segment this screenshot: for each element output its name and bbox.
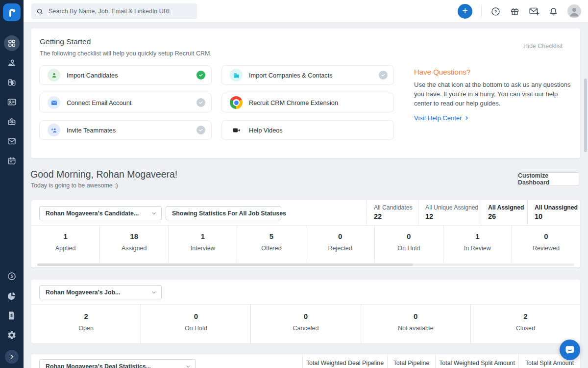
greeting-subtitle: Today is going to be awesome :) bbox=[31, 182, 118, 189]
job-status-row: 2 Open 0 On Hold 0 Canceled 0 Not availa… bbox=[31, 305, 580, 343]
checklist-item-label: Recruit CRM Chrome Extension bbox=[249, 99, 388, 106]
checklist-item-label: Connect Email Account bbox=[67, 99, 196, 106]
status-check-done-icon bbox=[196, 71, 205, 79]
candidate-summary-row: All Candidates 22 All Unique Assigned 12… bbox=[367, 200, 580, 226]
checklist-import-candidates[interactable]: Import Candidates bbox=[39, 65, 212, 85]
vertical-scrollbar-thumb[interactable] bbox=[584, 79, 587, 152]
have-questions-body: Use the chat icon at the bottom to ask u… bbox=[414, 80, 576, 108]
whats-new-button[interactable] bbox=[510, 6, 520, 17]
sidebar-item-reports[interactable] bbox=[0, 286, 24, 306]
hide-checklist-link[interactable]: Hide Checklist bbox=[523, 43, 563, 50]
visit-help-center-link[interactable]: Visit Help Center bbox=[414, 114, 469, 122]
search-input[interactable] bbox=[48, 7, 190, 15]
gift-icon bbox=[510, 6, 520, 17]
envelope-icon bbox=[50, 99, 58, 106]
dashboard-icon bbox=[7, 39, 16, 48]
email-compose-button[interactable] bbox=[529, 6, 539, 17]
greeting-title: Good Morning, Rohan Mogaveera! bbox=[30, 169, 177, 180]
horizontal-scrollbar[interactable] bbox=[37, 263, 574, 266]
global-search[interactable] bbox=[31, 3, 197, 19]
candidate-status-assigned[interactable]: 18 Assigned bbox=[99, 226, 168, 263]
svg-text:?: ? bbox=[494, 9, 497, 14]
sidebar-item-emails[interactable] bbox=[0, 131, 24, 151]
summary-all-unique-assigned[interactable]: All Unique Assigned 12 bbox=[418, 200, 481, 226]
sidebar-item-candidates[interactable] bbox=[0, 53, 24, 73]
notifications-button[interactable] bbox=[548, 6, 559, 17]
checklist-item-label: Import Candidates bbox=[67, 72, 196, 79]
reports-icon bbox=[7, 291, 17, 301]
calendar-icon bbox=[7, 156, 17, 166]
logo-glyph bbox=[6, 7, 17, 18]
candidate-status-applied[interactable]: 1 Applied bbox=[31, 226, 99, 263]
companies-icon bbox=[7, 78, 17, 87]
candidate-status-reviewed[interactable]: 0 Reviewed bbox=[512, 226, 580, 263]
job-status-not-available[interactable]: 0 Not available bbox=[361, 305, 470, 343]
summary-all-unassigned[interactable]: All Unassigned 10 bbox=[527, 200, 580, 226]
checklist-connect-email[interactable]: Connect Email Account bbox=[39, 93, 212, 112]
dropdown-value: Showing Statistics For All Job Statuses bbox=[172, 210, 286, 217]
sidebar-item-companies[interactable] bbox=[0, 73, 24, 92]
checklist-invite-teammates[interactable]: Invite Teammates bbox=[39, 120, 212, 140]
candidate-status-offered[interactable]: 5 Offered bbox=[237, 226, 305, 263]
topbar-actions: + ? bbox=[458, 0, 588, 23]
deal-col-total-pipeline: Total Pipeline bbox=[387, 354, 435, 368]
sidebar: $ $ bbox=[0, 0, 24, 368]
horizontal-scrollbar-thumb[interactable] bbox=[37, 263, 413, 266]
deal-stats-panel: Rohan Mogaveera's Deal Statistics... Tot… bbox=[31, 354, 580, 368]
help-button[interactable]: ? bbox=[490, 6, 501, 17]
chevron-right-icon bbox=[465, 116, 469, 120]
summary-all-candidates[interactable]: All Candidates 22 bbox=[367, 200, 418, 226]
emails-icon bbox=[7, 136, 17, 146]
checklist-chrome-extension[interactable]: Recruit CRM Chrome Extension bbox=[221, 93, 394, 112]
settings-icon bbox=[7, 330, 17, 340]
visit-help-center-label: Visit Help Center bbox=[414, 114, 462, 122]
candidate-status-in-review[interactable]: 1 In Review bbox=[443, 226, 512, 263]
job-status-on-hold[interactable]: 0 On Hold bbox=[141, 305, 250, 343]
sidebar-item-settings[interactable] bbox=[0, 325, 24, 345]
checklist-item-label: Help Videos bbox=[249, 127, 388, 134]
summary-all-assigned[interactable]: All Assigned 26 bbox=[481, 200, 527, 226]
job-status-canceled[interactable]: 0 Canceled bbox=[250, 305, 360, 343]
sidebar-item-invoices[interactable]: $ bbox=[0, 306, 24, 325]
checklist-item-label: Import Companies & Contacts bbox=[249, 72, 379, 79]
job-status-open[interactable]: 2 Open bbox=[31, 305, 141, 343]
chat-bubble-icon bbox=[564, 344, 575, 355]
chrome-icon bbox=[230, 96, 243, 109]
sidebar-expand-button[interactable] bbox=[5, 350, 19, 364]
sidebar-item-calendar[interactable] bbox=[0, 151, 24, 171]
sidebar-item-contacts[interactable] bbox=[0, 92, 24, 112]
sidebar-item-deals[interactable]: $ bbox=[0, 266, 24, 286]
quick-add-button[interactable]: + bbox=[458, 4, 472, 19]
job-filter-dropdown[interactable]: Rohan Mogaveera's Job... bbox=[39, 285, 162, 299]
sidebar-item-dashboard[interactable] bbox=[0, 33, 24, 53]
search-icon bbox=[36, 8, 44, 15]
jobs-icon bbox=[7, 117, 17, 127]
contacts-icon bbox=[7, 97, 17, 107]
candidate-status-rejected[interactable]: 0 Rejected bbox=[306, 226, 374, 263]
candidate-status-interview[interactable]: 1 Interview bbox=[168, 226, 237, 263]
checklist-import-companies[interactable]: Import Companies & Contacts bbox=[221, 65, 394, 85]
topbar-divider bbox=[481, 5, 482, 17]
checklist-help-videos[interactable]: Help Videos bbox=[221, 120, 394, 140]
deal-columns-header: Total Weighted Deal Pipeline Total Pipel… bbox=[302, 354, 580, 368]
customize-dashboard-button[interactable]: Customize Dashboard bbox=[517, 172, 579, 186]
deal-filter-dropdown[interactable]: Rohan Mogaveera's Deal Statistics... bbox=[39, 359, 196, 368]
chevron-down-icon bbox=[151, 290, 156, 295]
svg-text:$: $ bbox=[11, 274, 13, 279]
chat-widget-button[interactable] bbox=[560, 340, 580, 360]
user-avatar[interactable] bbox=[567, 4, 581, 18]
job-stats-panel: Rohan Mogaveera's Job... 2 Open 0 On Hol… bbox=[31, 280, 580, 343]
sidebar-item-jobs[interactable] bbox=[0, 112, 24, 131]
candidates-icon bbox=[7, 58, 17, 68]
candidate-icon bbox=[50, 72, 58, 79]
status-check-pending-icon bbox=[379, 71, 388, 79]
svg-text:$: $ bbox=[10, 313, 13, 318]
candidate-filter-dropdown[interactable]: Rohan Mogaveera's Candidate... bbox=[39, 206, 162, 220]
getting-started-title: Getting Started bbox=[40, 37, 91, 46]
job-status-closed[interactable]: 2 Closed bbox=[470, 305, 580, 343]
status-check-pending-icon bbox=[196, 98, 205, 107]
recruit-crm-logo[interactable] bbox=[3, 3, 21, 21]
job-status-filter-dropdown[interactable]: Showing Statistics For All Job Statuses bbox=[166, 206, 281, 220]
candidate-status-on-hold[interactable]: 0 On Hold bbox=[374, 226, 443, 263]
status-check-pending-icon bbox=[196, 126, 205, 134]
